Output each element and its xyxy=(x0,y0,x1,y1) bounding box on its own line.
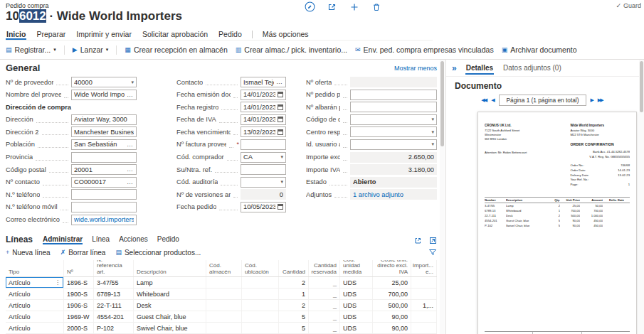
cell-cód-almacén[interactable] xyxy=(206,277,242,288)
input-fecha-emisión-docume[interactable]: 14/01/2023 xyxy=(241,90,286,100)
input-población[interactable]: San Sebastián… xyxy=(71,139,137,150)
cell-tipo[interactable]: Artículo xyxy=(6,300,64,311)
column-header-cód-almacén[interactable]: Cód. almacén xyxy=(206,260,242,276)
row-grip-icon[interactable]: ⋮ xyxy=(55,279,60,286)
input-contacto[interactable]: Ismael Tejeda… xyxy=(241,77,286,87)
action-crear-recepción-en-almacén[interactable]: ▦Crear recepción en almacén xyxy=(125,45,227,54)
cell-descripción[interactable]: Whiteboard xyxy=(134,289,206,299)
input-centro-responsabilidad[interactable]: ▾ xyxy=(350,126,437,137)
column-header-tipo[interactable]: Tipo xyxy=(6,260,64,276)
action-lanzar[interactable]: ▶Lanzar▾ xyxy=(73,45,109,54)
cell-import-e[interactable] xyxy=(411,311,437,322)
main-scrollbar[interactable] xyxy=(440,60,445,334)
cell-cód-unidad-medida[interactable]: UDS xyxy=(340,277,373,288)
column-header-nº[interactable]: Nº xyxy=(64,260,94,276)
cell-tipo[interactable]: Artículo xyxy=(6,289,64,299)
share-lines-icon[interactable] xyxy=(414,237,422,244)
table-row[interactable]: Artículo⋮1896-S3-47/55Lamp2_UDS25,00 xyxy=(6,277,437,289)
input-nº-de-proveedor[interactable]: 40000▾ xyxy=(71,77,137,87)
cell-n-º-referencia-art[interactable]: P-102 xyxy=(94,323,134,333)
input-n-º-teléfono[interactable] xyxy=(71,189,137,200)
pane-scrollbar[interactable] xyxy=(639,60,644,334)
column-header-coste-unit-directo-excl-iva[interactable]: Coste unit. directo excl. IVA xyxy=(373,260,411,276)
general-section-title[interactable]: General xyxy=(6,63,40,73)
menu-tab-imprimir-y-enviar[interactable]: Imprimir y enviar xyxy=(75,29,132,40)
cell-cód-unidad-medida[interactable]: UDS xyxy=(340,300,373,311)
cell-cantidad-reservada[interactable]: _ xyxy=(309,323,340,333)
cell-coste-unit-directo-excl-iva[interactable]: 500,00 xyxy=(373,300,411,311)
cell-cód-ubicación[interactable] xyxy=(242,323,279,333)
cell-tipo[interactable]: Artículo xyxy=(6,323,64,333)
cell-cód-almacén[interactable] xyxy=(206,323,242,333)
cell-descripción[interactable]: Lamp xyxy=(134,277,206,288)
show-less-link[interactable]: Mostrar menos xyxy=(394,65,437,72)
lines-tab-administrar[interactable]: Administrar xyxy=(43,235,83,244)
input-nº-de-versiones-archiva[interactable]: 0 xyxy=(241,189,286,200)
cell-n-º-referencia-art[interactable]: 4554-201 xyxy=(94,311,134,322)
cell-nº[interactable]: 1969-W xyxy=(64,311,94,322)
cell-descripción[interactable]: Swivel Chair, blue xyxy=(134,323,206,333)
cell-tipo[interactable]: Artículo⋮ xyxy=(6,277,64,288)
cell-n-º-referencia-art[interactable]: 3-47/55 xyxy=(94,277,134,288)
cell-cód-almacén[interactable] xyxy=(206,300,242,311)
cell-nº[interactable]: 2000-S xyxy=(64,323,94,333)
cell-cód-unidad-medida[interactable]: UDS xyxy=(340,323,373,333)
cell-cantidad-reservada[interactable]: _ xyxy=(309,311,340,322)
lines-section-title[interactable]: Líneas xyxy=(6,235,33,244)
cell-cantidad-reservada[interactable]: _ xyxy=(309,300,340,311)
input-nº-contacto[interactable]: CO000017… xyxy=(71,177,137,188)
input-cód-comprador[interactable]: CA▾ xyxy=(241,152,286,163)
cell-cantidad-reservada[interactable]: _ xyxy=(309,277,340,288)
input-importe-excl-iva-impo[interactable]: 2.650,00 xyxy=(350,152,437,163)
lines-tab-pedido[interactable]: Pedido xyxy=(157,235,179,244)
menu-tab-pedido[interactable]: Pedido xyxy=(218,29,243,40)
pane-tab-detalles[interactable]: Detalles xyxy=(465,61,494,75)
input-nº-albarán-proveedor[interactable] xyxy=(350,102,437,112)
input-dirección-2[interactable]: Manchester Business Park xyxy=(71,126,137,137)
input-código-postal[interactable]: 20001… xyxy=(71,164,137,175)
delete-icon[interactable] xyxy=(371,1,381,12)
column-header-cantidad-reservada[interactable]: Cantidad reservada xyxy=(309,260,340,276)
action-crear-almac-pick-inventario[interactable]: ▥Crear almac./ pick. inventario... xyxy=(236,45,347,54)
menu-tab-solicitar-aprobación[interactable]: Solicitar aprobación xyxy=(142,29,208,40)
action-env-ped-compra-empresas-vinculadas[interactable]: ✉Env. ped. compra empresas vinculadas xyxy=(355,45,494,54)
cell-n-º-referencia-art[interactable]: 6789-13 xyxy=(94,289,134,299)
cell-cód-ubicación[interactable] xyxy=(242,289,279,299)
pane-tab-datos-adjuntos-0[interactable]: Datos adjuntos (0) xyxy=(502,61,562,75)
filter-icon[interactable] xyxy=(428,248,437,257)
cell-import-e[interactable] xyxy=(411,277,437,288)
last-page-icon[interactable]: ▶▶ xyxy=(598,97,603,103)
cell-coste-unit-directo-excl-iva[interactable]: 25,00 xyxy=(373,277,411,288)
input-fecha-registro[interactable]: 14/01/2023 xyxy=(241,102,286,112)
column-header-n-º-referencia-art[interactable]: N.º referencia art. xyxy=(94,260,134,276)
cell-nº[interactable]: 1900-S xyxy=(64,289,94,299)
input-correo-electrónico[interactable]: wide.world.importers@contoso.co... xyxy=(71,215,137,225)
document-preview-page[interactable]: CRONUS UK Ltd.7122 South Ashford StreetW… xyxy=(477,112,637,334)
input-nº-pedido-proveedor[interactable] xyxy=(350,90,437,100)
input-adjuntos[interactable]: 1 archivo adjunto xyxy=(350,189,437,200)
cell-coste-unit-directo-excl-iva[interactable]: 700,00 xyxy=(373,289,411,299)
cell-cód-unidad-medida[interactable]: UDS xyxy=(340,311,373,322)
cell-import-e[interactable] xyxy=(411,289,437,299)
action-registrar[interactable]: ▤Registrar...▾ xyxy=(6,45,56,54)
lines-button-borrar-línea[interactable]: ✗Borrar línea xyxy=(60,249,106,257)
share-icon[interactable] xyxy=(327,1,337,12)
cell-cód-ubicación[interactable] xyxy=(242,300,279,311)
table-row[interactable]: Artículo1900-S6789-13Whiteboard1_UDS700,… xyxy=(6,289,437,300)
first-page-icon[interactable]: ◀◀ xyxy=(481,97,486,103)
input-id-usuario-asignado[interactable]: ▾ xyxy=(350,139,437,150)
column-header-descripción[interactable]: Descripción xyxy=(134,260,206,276)
column-header-cantidad[interactable]: Cantidad xyxy=(279,260,309,276)
input-provincia[interactable] xyxy=(71,152,137,163)
cell-cantidad[interactable]: 1 xyxy=(279,289,309,299)
input-fecha-vencimiento[interactable]: 13/02/2023 xyxy=(241,126,286,137)
column-header-cód-unidad-medida[interactable]: Cód. unidad medida xyxy=(340,260,373,276)
input-código-de-dirección-de[interactable]: ▾ xyxy=(350,114,437,125)
table-row[interactable]: Artículo1969-W4554-201Guest Chair, blue5… xyxy=(6,311,437,323)
cell-cantidad-reservada[interactable]: _ xyxy=(309,289,340,299)
cell-coste-unit-directo-excl-iva[interactable]: 90,00 xyxy=(373,323,411,333)
new-icon[interactable] xyxy=(349,1,359,12)
action-archivar-documento[interactable]: ▣Archivar documento xyxy=(502,45,577,54)
cell-cód-ubicación[interactable] xyxy=(242,277,279,288)
lines-button-seleccionar-productos[interactable]: ▤Seleccionar productos... xyxy=(115,249,201,257)
